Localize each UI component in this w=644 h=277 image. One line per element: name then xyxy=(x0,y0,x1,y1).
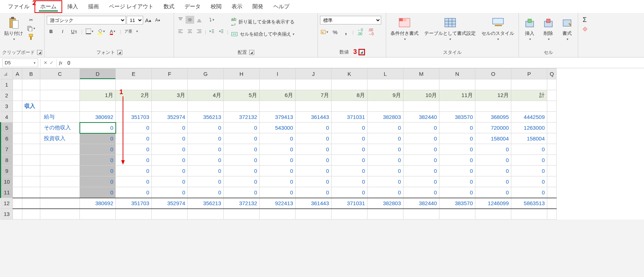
number-launcher[interactable]: ◢ xyxy=(359,50,364,55)
data-cell[interactable]: 0 xyxy=(152,187,188,198)
data-cell[interactable]: 0 xyxy=(367,123,403,133)
row-header-4[interactable]: 4 xyxy=(1,112,13,123)
data-cell[interactable]: 0 xyxy=(403,166,439,176)
cell[interactable] xyxy=(296,101,332,112)
data-cell[interactable]: 0 xyxy=(439,123,475,133)
cell[interactable] xyxy=(22,155,40,166)
cell[interactable] xyxy=(22,123,40,133)
data-cell[interactable]: 0 xyxy=(475,187,511,198)
total-cell[interactable]: 922413 xyxy=(260,198,296,209)
data-cell[interactable]: 361443 xyxy=(296,112,332,123)
data-cell[interactable]: 0 xyxy=(260,144,296,155)
data-cell[interactable]: 0 xyxy=(403,144,439,155)
month-header[interactable]: 8月 xyxy=(332,90,367,101)
total-cell[interactable]: 356213 xyxy=(188,198,224,209)
percent-button[interactable]: % xyxy=(331,28,339,36)
bold-button[interactable]: B xyxy=(47,27,55,35)
data-cell[interactable]: 371031 xyxy=(332,112,367,123)
cell[interactable] xyxy=(40,79,80,90)
data-cell[interactable]: 0 xyxy=(403,155,439,166)
cell[interactable] xyxy=(13,112,22,123)
formula-input[interactable] xyxy=(64,59,644,67)
data-cell[interactable]: 0 xyxy=(439,155,475,166)
cell[interactable] xyxy=(22,166,40,176)
data-cell[interactable]: 0 xyxy=(367,133,403,144)
cell[interactable] xyxy=(367,209,403,220)
menu-formulas[interactable]: 数式 xyxy=(159,1,179,12)
cell[interactable] xyxy=(260,209,296,220)
cell[interactable] xyxy=(547,187,557,198)
data-cell[interactable]: 0 xyxy=(332,187,367,198)
format-painter-button[interactable] xyxy=(27,33,35,41)
delete-cells-button[interactable]: 削除▾ xyxy=(540,16,557,42)
data-cell[interactable]: 0 xyxy=(152,166,188,176)
data-cell[interactable]: 0 xyxy=(367,155,403,166)
menu-pagelayout[interactable]: ページ レイアウト xyxy=(104,1,159,12)
paste-button[interactable]: 貼り付け ▾ xyxy=(2,16,25,42)
column-header-E[interactable]: E xyxy=(116,69,152,79)
data-cell[interactable]: 0 xyxy=(80,123,116,133)
data-cell[interactable]: 0 xyxy=(188,144,224,155)
month-header[interactable]: 12月 xyxy=(475,90,511,101)
cell[interactable] xyxy=(13,155,22,166)
column-header-D[interactable]: D xyxy=(80,69,116,79)
cell[interactable] xyxy=(13,133,22,144)
menu-draw[interactable]: 描画 xyxy=(83,1,104,12)
data-cell[interactable]: 0 xyxy=(511,166,547,176)
month-header[interactable]: 7月 xyxy=(296,90,332,101)
data-cell[interactable]: 0 xyxy=(475,155,511,166)
cell[interactable] xyxy=(296,79,332,90)
row-header-11[interactable]: 11 xyxy=(1,187,13,198)
conditional-format-button[interactable]: 条件付き書式▾ xyxy=(388,16,421,42)
column-header-O[interactable]: O xyxy=(475,69,511,79)
data-cell[interactable]: 0 xyxy=(188,166,224,176)
data-cell[interactable]: 0 xyxy=(188,123,224,133)
data-cell[interactable]: 0 xyxy=(403,133,439,144)
data-cell[interactable]: 368095 xyxy=(475,112,511,123)
cell[interactable] xyxy=(22,79,40,90)
data-cell[interactable]: 0 xyxy=(152,133,188,144)
clear-button[interactable] xyxy=(580,24,589,32)
menu-data[interactable]: データ xyxy=(179,1,206,12)
cell[interactable] xyxy=(332,101,367,112)
column-header-M[interactable]: M xyxy=(403,69,439,79)
underline-button[interactable]: U▾ xyxy=(70,27,78,35)
menu-developer[interactable]: 開発 xyxy=(247,1,268,12)
cell[interactable] xyxy=(332,209,367,220)
font-color-button[interactable]: A▾ xyxy=(108,27,117,35)
month-header[interactable]: 2月 xyxy=(116,90,152,101)
data-cell[interactable]: 158004 xyxy=(475,133,511,144)
row-label[interactable] xyxy=(40,155,80,166)
row-label[interactable] xyxy=(40,166,80,176)
data-cell[interactable]: 0 xyxy=(332,166,367,176)
month-header[interactable]: 9月 xyxy=(367,90,403,101)
cell[interactable] xyxy=(13,187,22,198)
row-header-7[interactable]: 7 xyxy=(1,144,13,155)
cancel-formula-button[interactable]: ✕ xyxy=(44,60,47,65)
data-cell[interactable]: 0 xyxy=(188,187,224,198)
data-cell[interactable]: 379413 xyxy=(260,112,296,123)
cell[interactable] xyxy=(22,187,40,198)
data-cell[interactable]: 0 xyxy=(152,155,188,166)
cell[interactable] xyxy=(547,101,557,112)
cell[interactable] xyxy=(188,79,224,90)
autosum-button[interactable]: Σ xyxy=(580,16,589,24)
cell[interactable] xyxy=(152,209,188,220)
border-button[interactable]: ▾ xyxy=(85,27,94,35)
month-header[interactable]: 10月 xyxy=(403,90,439,101)
cell[interactable] xyxy=(260,101,296,112)
data-cell[interactable]: 0 xyxy=(152,123,188,133)
row-label[interactable] xyxy=(40,176,80,187)
data-cell[interactable]: 0 xyxy=(80,144,116,155)
align-bottom-button[interactable] xyxy=(195,16,204,24)
cell[interactable] xyxy=(260,79,296,90)
data-cell[interactable]: 0 xyxy=(116,187,152,198)
data-cell[interactable]: 0 xyxy=(332,123,367,133)
data-cell[interactable]: 0 xyxy=(403,176,439,187)
total-cell[interactable]: 361443 xyxy=(296,198,332,209)
data-cell[interactable]: 0 xyxy=(152,176,188,187)
data-cell[interactable]: 0 xyxy=(439,144,475,155)
data-cell[interactable]: 0 xyxy=(296,187,332,198)
data-cell[interactable]: 0 xyxy=(296,176,332,187)
cell[interactable] xyxy=(40,209,80,220)
